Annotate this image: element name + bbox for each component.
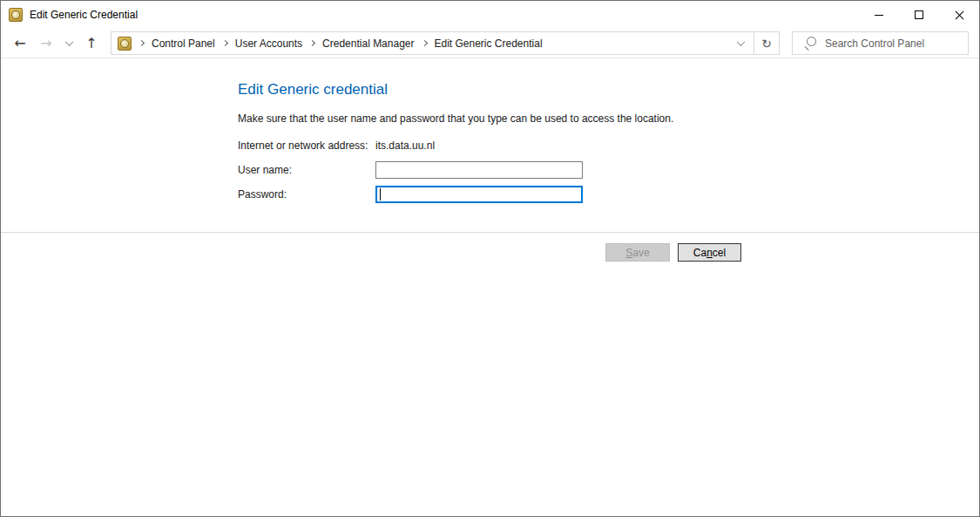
breadcrumb-item-edit-generic-credential[interactable]: Edit Generic Credential bbox=[435, 37, 543, 50]
recent-locations-button[interactable] bbox=[62, 32, 76, 55]
search-input[interactable] bbox=[825, 32, 968, 54]
breadcrumb-item-control-panel[interactable]: Control Panel bbox=[152, 37, 215, 50]
credential-manager-icon bbox=[9, 8, 23, 22]
close-icon bbox=[954, 10, 965, 21]
refresh-button[interactable]: ↻ bbox=[754, 32, 779, 54]
username-field[interactable] bbox=[375, 161, 583, 179]
navigation-bar: ← → ↑ Control Panel User Accounts Creden… bbox=[1, 29, 979, 58]
address-label: Internet or network address: bbox=[238, 139, 375, 152]
up-arrow-icon: ↑ bbox=[85, 37, 97, 51]
back-button[interactable]: ← bbox=[10, 32, 30, 55]
save-button-label: Save bbox=[625, 247, 649, 259]
credential-form: Internet or network address: its.data.uu… bbox=[238, 137, 979, 203]
breadcrumb-separator-icon bbox=[139, 40, 145, 46]
titlebar: Edit Generic Credential bbox=[1, 1, 979, 29]
credential-manager-icon bbox=[118, 37, 132, 51]
breadcrumb-separator-icon bbox=[309, 40, 315, 46]
search-box bbox=[792, 31, 969, 55]
password-field[interactable] bbox=[375, 186, 583, 203]
forward-button[interactable]: → bbox=[36, 32, 57, 55]
close-button[interactable] bbox=[939, 2, 979, 29]
address-dropdown-button[interactable] bbox=[727, 32, 754, 54]
address-value: its.data.uu.nl bbox=[375, 139, 583, 152]
text-caret bbox=[380, 188, 381, 201]
forward-arrow-icon: → bbox=[40, 37, 51, 51]
maximize-icon bbox=[915, 10, 923, 19]
window-title: Edit Generic Credential bbox=[30, 9, 859, 21]
cancel-button-label: Cancel bbox=[693, 247, 726, 259]
chevron-down-icon bbox=[64, 37, 73, 46]
button-row: Save Cancel bbox=[1, 243, 979, 262]
save-button[interactable]: Save bbox=[605, 243, 670, 262]
page-title: Edit Generic credential bbox=[238, 81, 979, 99]
maximize-button[interactable] bbox=[899, 2, 939, 29]
breadcrumb-item-credential-manager[interactable]: Credential Manager bbox=[322, 37, 414, 50]
page-description: Make sure that the user name and passwor… bbox=[238, 112, 979, 125]
breadcrumb[interactable]: Control Panel User Accounts Credential M… bbox=[111, 31, 780, 55]
main-content: Edit Generic credential Make sure that t… bbox=[1, 58, 979, 233]
back-arrow-icon: ← bbox=[14, 37, 25, 51]
edit-generic-credential-window: Edit Generic Credential ← → ↑ Control Pa… bbox=[0, 0, 980, 517]
chevron-down-icon bbox=[736, 37, 745, 46]
minimize-button[interactable] bbox=[859, 2, 899, 29]
password-field-wrapper bbox=[375, 186, 583, 203]
breadcrumb-separator-icon bbox=[421, 40, 427, 46]
breadcrumb-separator-icon bbox=[222, 40, 228, 46]
cancel-button[interactable]: Cancel bbox=[678, 243, 741, 262]
password-label: Password: bbox=[238, 188, 375, 201]
refresh-icon: ↻ bbox=[761, 37, 772, 51]
footer: Save Cancel bbox=[1, 233, 979, 262]
minimize-icon bbox=[875, 15, 883, 16]
breadcrumb-item-user-accounts[interactable]: User Accounts bbox=[235, 37, 302, 50]
search-icon bbox=[803, 37, 816, 50]
up-button[interactable]: ↑ bbox=[81, 32, 102, 55]
username-label: User name: bbox=[238, 164, 375, 176]
